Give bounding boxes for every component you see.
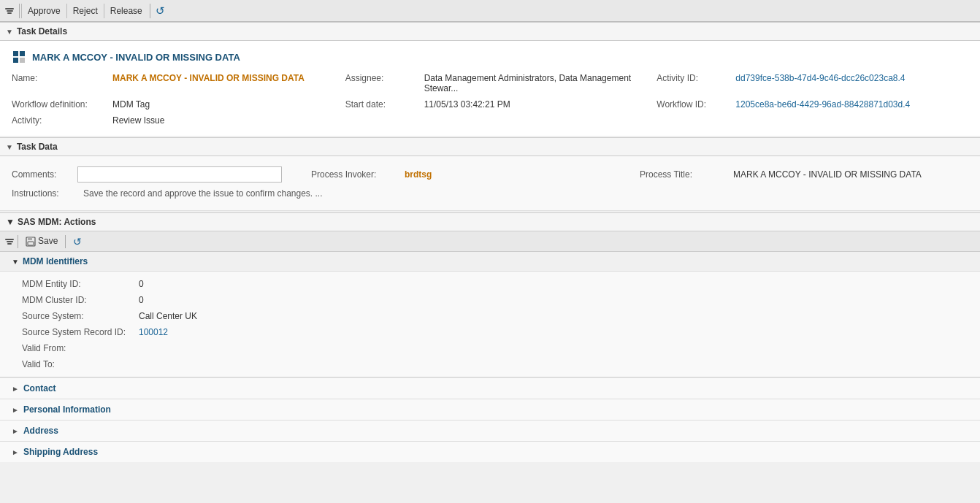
activity-id-value: dd739fce-538b-47d4-9c46-dcc26c023ca8.4 <box>730 72 968 95</box>
process-title-label: Process Title: <box>640 169 727 180</box>
address-arrow: ► <box>12 427 19 435</box>
task-info-grid: Name: MARK A MCCOY - INVALID OR MISSING … <box>12 72 968 127</box>
valid-from-label: Valid From: <box>22 342 139 355</box>
save-icon <box>26 236 36 247</box>
inner-refresh-button[interactable]: ↺ <box>69 234 86 249</box>
shipping-address-arrow: ► <box>12 448 19 456</box>
comments-label: Comments: <box>12 169 77 180</box>
inner-refresh-icon: ↺ <box>73 236 82 247</box>
inner-toolbar: Save ↺ <box>0 231 980 252</box>
task-data-arrow: ▼ <box>6 143 13 151</box>
task-details-content: MARK A MCCOY - INVALID OR MISSING DATA N… <box>0 41 980 136</box>
workflow-id-value: 1205ce8a-be6d-4429-96ad-88428871d03d.4 <box>730 98 968 111</box>
svg-rect-1 <box>20 51 25 56</box>
process-invoker-label: Process Invoker: <box>311 169 399 180</box>
mdm-identifiers-title: MDM Identifiers <box>23 256 88 266</box>
save-button[interactable]: Save <box>21 234 62 248</box>
source-record-id-value: 100012 <box>139 326 285 339</box>
filter-icon <box>4 6 15 16</box>
approve-button[interactable]: Approve <box>21 4 67 18</box>
activity-value: Review Issue <box>107 114 345 127</box>
valid-to-label: Valid To: <box>22 358 139 371</box>
task-title-text: MARK A MCCOY - INVALID OR MISSING DATA <box>32 52 240 63</box>
assignee-label: Assignee: <box>345 72 418 95</box>
personal-info-arrow: ► <box>12 406 19 414</box>
cluster-id-value: 0 <box>139 293 285 307</box>
inner-separator-1 <box>18 235 18 248</box>
shipping-address-title: Shipping Address <box>23 447 98 457</box>
task-type-icon <box>12 50 26 64</box>
personal-info-title: Personal Information <box>23 404 111 415</box>
contact-arrow: ► <box>12 385 19 393</box>
personal-info-section-header[interactable]: ► Personal Information <box>0 399 980 420</box>
mdm-identifiers-section: ▼ MDM Identifiers MDM Entity ID: 0 MDM C… <box>0 252 980 377</box>
source-system-label: Source System: <box>22 310 139 323</box>
workflow-id-label: Workflow ID: <box>656 98 730 111</box>
entity-id-value: 0 <box>139 277 285 291</box>
task-details-arrow: ▼ <box>6 28 13 36</box>
task-details-title: Task Details <box>17 26 67 37</box>
task-data-content: Comments: Process Invoker: brdtsg Proces… <box>0 156 980 211</box>
name-label: Name: <box>12 72 107 95</box>
separator-1 <box>19 4 20 18</box>
address-section: ► Address <box>0 420 980 441</box>
inner-filter-icon <box>4 237 15 247</box>
process-title-value: MARK A MCCOY - INVALID OR MISSING DATA <box>727 169 968 180</box>
valid-to-value <box>139 358 285 371</box>
valid-from-value <box>139 342 285 355</box>
separator-2 <box>150 4 150 18</box>
name-value: MARK A MCCOY - INVALID OR MISSING DATA <box>107 72 345 95</box>
refresh-icon: ↺ <box>156 4 165 18</box>
address-section-header[interactable]: ► Address <box>0 421 980 441</box>
comments-input[interactable] <box>77 166 282 183</box>
svg-rect-2 <box>13 58 18 63</box>
workflow-def-label: Workflow definition: <box>12 98 107 111</box>
svg-rect-0 <box>13 51 18 56</box>
shipping-address-section: ► Shipping Address <box>0 441 980 462</box>
mdm-identifiers-header[interactable]: ▼ MDM Identifiers <box>0 252 980 272</box>
contact-section-header[interactable]: ► Contact <box>0 378 980 399</box>
task-data-title: Task Data <box>17 142 58 152</box>
instructions-label: Instructions: <box>12 188 77 199</box>
task-title-row: MARK A MCCOY - INVALID OR MISSING DATA <box>12 50 968 64</box>
start-date-label: Start date: <box>345 98 418 111</box>
source-record-id-label: Source System Record ID: <box>22 326 139 339</box>
start-date-value: 11/05/13 03:42:21 PM <box>418 98 657 111</box>
entity-id-label: MDM Entity ID: <box>22 277 139 291</box>
task-data-section-header[interactable]: ▼ Task Data <box>0 137 980 156</box>
reject-button[interactable]: Reject <box>67 4 104 18</box>
mdm-fields: MDM Entity ID: 0 MDM Cluster ID: 0 Sourc… <box>0 272 980 377</box>
sas-actions-arrow: ▼ <box>6 217 15 227</box>
svg-rect-3 <box>20 58 25 63</box>
svg-rect-6 <box>28 242 34 245</box>
release-button[interactable]: Release <box>104 4 148 18</box>
source-system-value: Call Center UK <box>139 310 285 323</box>
workflow-def-value: MDM Tag <box>107 98 345 111</box>
process-invoker-value: brdtsg <box>399 169 640 180</box>
svg-rect-5 <box>28 237 32 240</box>
activity-id-label: Activity ID: <box>656 72 730 95</box>
assignee-value: Data Management Administrators, Data Man… <box>418 72 657 95</box>
top-toolbar: Approve Reject Release ↺ <box>0 0 980 22</box>
inner-separator-2 <box>65 235 66 248</box>
task-details-section-header[interactable]: ▼ Task Details <box>0 22 980 41</box>
refresh-button[interactable]: ↺ <box>152 3 169 19</box>
contact-title: Contact <box>23 383 56 393</box>
sas-actions-title: SAS MDM: Actions <box>18 217 96 227</box>
contact-section: ► Contact <box>0 377 980 399</box>
address-title: Address <box>23 426 58 436</box>
sas-mdm-actions-header[interactable]: ▼ SAS MDM: Actions <box>0 212 980 231</box>
mdm-identifiers-arrow: ▼ <box>12 258 19 266</box>
activity-label: Activity: <box>12 114 107 127</box>
cluster-id-label: MDM Cluster ID: <box>22 293 139 307</box>
instructions-value: Save the record and approve the issue to… <box>77 187 968 200</box>
shipping-address-section-header[interactable]: ► Shipping Address <box>0 442 980 462</box>
personal-info-section: ► Personal Information <box>0 399 980 420</box>
